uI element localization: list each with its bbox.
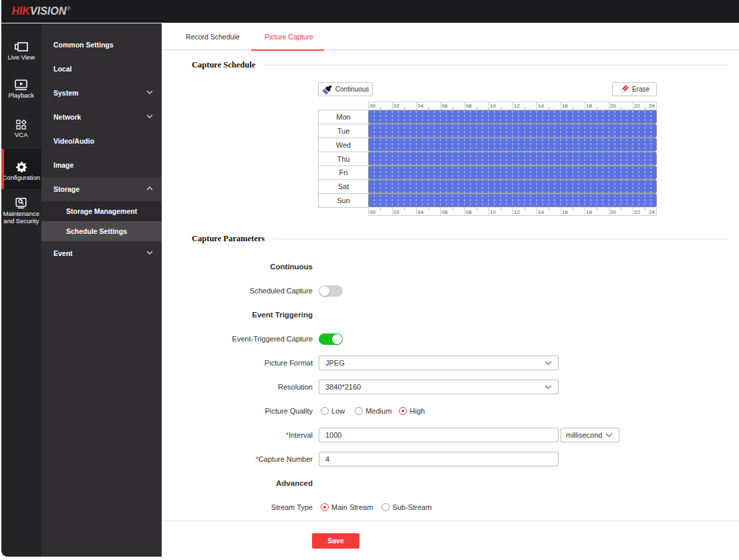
- svg-text:00: 00: [370, 209, 376, 215]
- svg-text:24: 24: [649, 209, 655, 215]
- svg-text:22: 22: [634, 209, 640, 215]
- svg-text:08: 08: [466, 209, 472, 215]
- svg-text:Sat: Sat: [338, 182, 349, 190]
- svg-text:06: 06: [442, 103, 448, 109]
- svg-text:Fri: Fri: [339, 168, 348, 176]
- svg-text:02: 02: [394, 209, 400, 215]
- svg-text:22: 22: [634, 103, 640, 109]
- svg-text:08: 08: [466, 103, 472, 109]
- svg-text:18: 18: [586, 209, 592, 215]
- svg-text:14: 14: [538, 209, 544, 215]
- svg-text:16: 16: [562, 103, 568, 109]
- svg-text:16: 16: [562, 209, 568, 215]
- svg-text:04: 04: [418, 209, 424, 215]
- svg-text:10: 10: [490, 209, 496, 215]
- svg-text:04: 04: [418, 103, 424, 109]
- svg-text:Thu: Thu: [337, 155, 350, 163]
- svg-text:Tue: Tue: [337, 127, 350, 135]
- svg-text:18: 18: [586, 103, 592, 109]
- svg-text:Mon: Mon: [336, 113, 350, 121]
- svg-text:06: 06: [442, 209, 448, 215]
- svg-text:02: 02: [394, 103, 400, 109]
- svg-text:14: 14: [538, 103, 544, 109]
- svg-text:Sun: Sun: [337, 196, 350, 204]
- svg-text:10: 10: [490, 103, 496, 109]
- svg-text:20: 20: [610, 209, 616, 215]
- svg-text:00: 00: [370, 103, 376, 109]
- svg-text:20: 20: [610, 103, 616, 109]
- svg-text:12: 12: [514, 209, 520, 215]
- svg-text:24: 24: [649, 103, 655, 109]
- svg-text:Wed: Wed: [336, 141, 351, 149]
- svg-text:12: 12: [514, 103, 520, 109]
